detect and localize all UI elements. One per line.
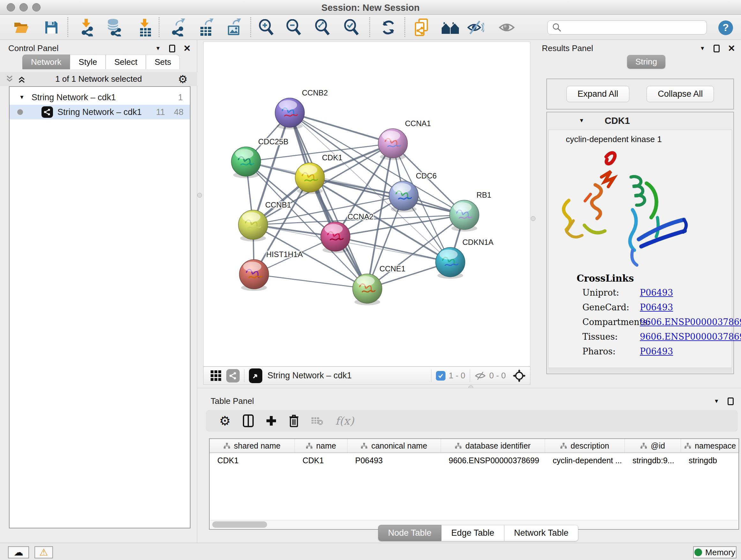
crosslink-link[interactable]: 9606.ENSP00000378699 <box>640 317 741 327</box>
network-node-ccne1[interactable]: CCNE1 <box>353 264 405 305</box>
import-network-file-button[interactable] <box>77 18 96 37</box>
home-string-button[interactable] <box>441 18 460 37</box>
zoom-selected-button[interactable] <box>342 18 361 37</box>
cloud-status-button[interactable]: ☁ <box>8 546 29 558</box>
grid-view-icon[interactable] <box>211 370 221 381</box>
tab-sets[interactable]: Sets <box>146 55 180 69</box>
apply-layout-button[interactable] <box>379 18 398 37</box>
network-node-ccnb1[interactable]: CCNB1 <box>239 200 291 241</box>
crosslink-link[interactable]: P06493 <box>640 288 673 298</box>
results-panel-float-menu[interactable]: ▼ <box>700 45 705 52</box>
network-edge[interactable] <box>290 113 393 143</box>
left-splitter-handle[interactable] <box>197 193 202 198</box>
save-session-button[interactable] <box>42 18 61 37</box>
delete-column-trash-icon[interactable] <box>289 415 299 427</box>
network-edge[interactable] <box>254 274 367 289</box>
table-options-gear-icon[interactable]: ⚙ <box>219 415 231 427</box>
navigator-button[interactable] <box>249 368 262 383</box>
control-panel-close-icon[interactable]: ✕ <box>184 43 191 54</box>
export-table-button[interactable] <box>197 18 215 37</box>
string-view-icon[interactable] <box>226 369 240 382</box>
network-view-canvas[interactable]: CCNB2CCNA1CDC25BCDK1CDC6RB1CCNB1CCNA2CDK… <box>203 42 530 367</box>
export-network-button[interactable] <box>169 18 187 37</box>
zoom-out-button[interactable] <box>285 18 303 37</box>
column-header[interactable]: namespace <box>681 439 740 452</box>
column-header[interactable]: @id <box>625 439 681 452</box>
birds-eye-toggle-icon[interactable] <box>513 369 526 382</box>
table-cell[interactable]: stringdb <box>681 453 740 468</box>
crosslink-row: Uniprot: P06493 <box>583 288 726 298</box>
table-cell[interactable]: 9606.ENSP00000378699 <box>441 453 545 468</box>
zoom-in-icon <box>259 19 274 36</box>
network-edge[interactable] <box>290 113 464 215</box>
help-button[interactable]: ? <box>718 20 733 35</box>
show-columns-icon[interactable] <box>243 415 254 427</box>
tab-node-table[interactable]: Node Table <box>378 525 441 541</box>
network-node-cdkn1a[interactable]: CDKN1A <box>435 238 493 279</box>
crosslink-link[interactable]: P06493 <box>640 302 673 312</box>
network-node-ccna1[interactable]: CCNA1 <box>378 119 431 160</box>
column-header[interactable]: name <box>295 439 347 452</box>
column-header[interactable]: database identifier <box>441 439 545 452</box>
tab-network-table[interactable]: Network Table <box>504 525 579 541</box>
tab-edge-table[interactable]: Edge Table <box>441 525 504 541</box>
clone-network-button[interactable] <box>413 18 431 37</box>
export-image-button[interactable] <box>225 18 244 37</box>
network-collection-row[interactable]: ▼ String Network – cdk1 1 <box>10 90 190 105</box>
results-panel-float-icon[interactable] <box>714 45 720 52</box>
tab-select[interactable]: Select <box>106 55 146 69</box>
string-network-graph[interactable]: CCNB2CCNA1CDC25BCDK1CDC6RB1CCNB1CCNA2CDK… <box>204 42 530 366</box>
network-options-gear-icon[interactable]: ⚙ <box>178 74 188 84</box>
crosslink-link[interactable]: 9606.ENSP00000378699 <box>640 332 741 341</box>
protein-expander-icon[interactable]: ▼ <box>579 118 584 124</box>
tab-string-results[interactable]: String <box>627 55 665 69</box>
results-panel-close-icon[interactable]: ✕ <box>728 43 735 54</box>
results-scrollbar[interactable] <box>548 368 732 373</box>
table-row[interactable]: CDK1CDK1P064939606.ENSP00000378699cyclin… <box>210 453 738 468</box>
cloud-icon: ☁ <box>14 548 23 557</box>
function-builder-icon: f(x) <box>335 415 354 427</box>
scrollbar-thumb[interactable] <box>212 521 267 528</box>
table-panel-float-menu[interactable]: ▼ <box>714 398 719 405</box>
network-row-selected[interactable]: String Network – cdk1 11 48 <box>10 105 190 119</box>
selected-checkbox-icon[interactable] <box>436 371 446 381</box>
warnings-button[interactable]: ⚠ <box>35 546 53 558</box>
protein-entry-header[interactable]: ▼ CDK1 <box>547 112 733 129</box>
table-panel-float-icon[interactable] <box>728 397 734 405</box>
table-cell[interactable]: CDK1 <box>210 453 295 468</box>
expand-all-button[interactable]: Expand All <box>566 86 630 102</box>
open-session-button[interactable] <box>12 18 30 37</box>
zoom-in-button[interactable] <box>257 18 276 37</box>
tab-style[interactable]: Style <box>70 55 106 69</box>
network-node-hist1h1a[interactable]: HIST1H1A <box>239 250 303 291</box>
collapse-all-button[interactable]: Collapse All <box>647 86 714 102</box>
control-panel-float-icon[interactable] <box>169 45 175 52</box>
string-network-icon <box>42 106 53 118</box>
column-header[interactable]: description <box>545 439 625 452</box>
import-table-file-button[interactable] <box>135 18 154 37</box>
tab-network[interactable]: Network <box>22 55 70 69</box>
memory-label: Memory <box>705 548 735 557</box>
protein-entry-body: cyclin-dependent kinase 1 CrossLinks <box>548 130 732 368</box>
table-cell[interactable]: stringdb:9... <box>625 453 681 468</box>
column-header[interactable]: canonical name <box>347 439 441 452</box>
crosslink-label: Uniprot: <box>583 288 619 298</box>
table-cell[interactable]: CDK1 <box>295 453 347 468</box>
crosslink-link[interactable]: P06493 <box>640 347 673 356</box>
create-column-plus-icon[interactable] <box>266 415 277 426</box>
collection-expander-icon[interactable]: ▼ <box>19 94 24 101</box>
table-cell[interactable]: P06493 <box>347 453 441 468</box>
import-network-database-button[interactable] <box>105 18 124 37</box>
search-input[interactable] <box>564 21 706 34</box>
hide-unhide-button[interactable] <box>466 18 485 37</box>
column-header[interactable]: shared name <box>210 439 295 452</box>
control-panel-float-menu[interactable]: ▼ <box>155 45 161 52</box>
table-cell[interactable]: cyclin-dependent ... <box>545 453 625 468</box>
show-hidden-button[interactable] <box>497 18 516 37</box>
right-splitter-handle[interactable] <box>531 216 536 221</box>
memory-button[interactable]: Memory <box>693 546 737 558</box>
zoom-fit-button[interactable] <box>313 18 332 37</box>
network-node-cdk1[interactable]: CDK1 <box>295 153 342 194</box>
network-node-rb1[interactable]: RB1 <box>450 191 491 232</box>
network-edge[interactable] <box>290 113 367 289</box>
